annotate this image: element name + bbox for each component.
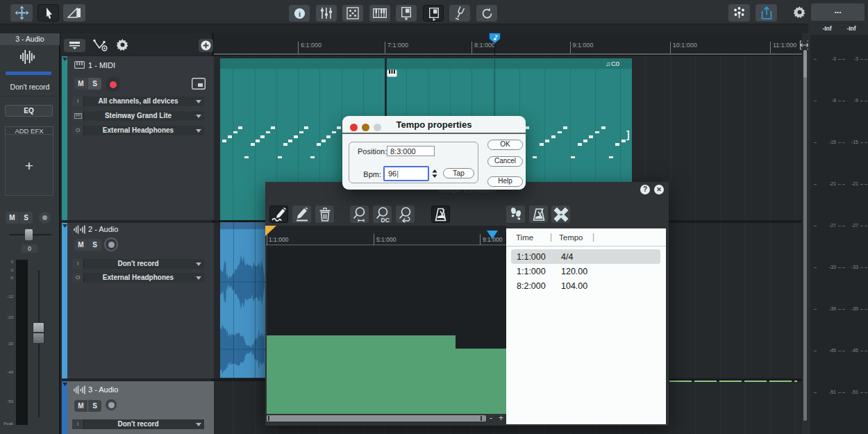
svg-text:DC: DC	[381, 217, 389, 223]
svg-text:i: i	[298, 9, 300, 17]
